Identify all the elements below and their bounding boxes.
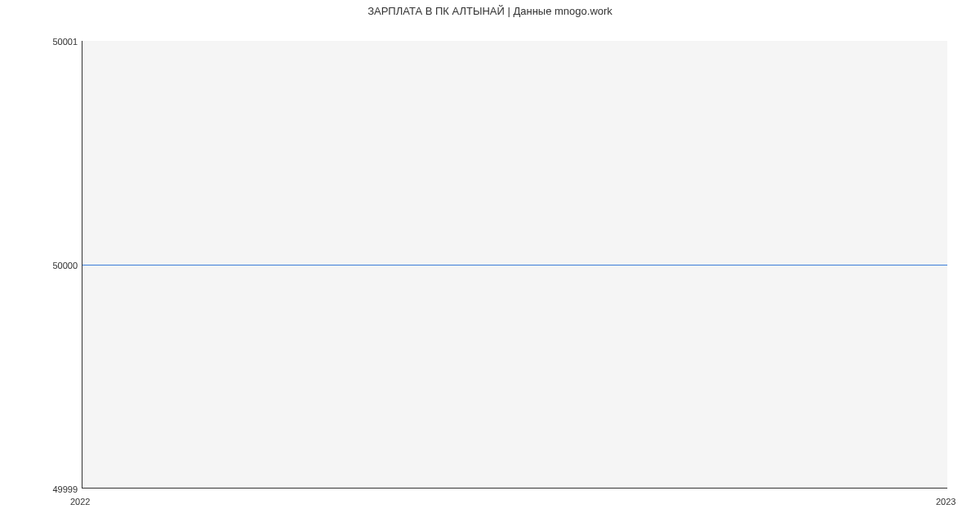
y-tick-50000: 50000	[37, 261, 78, 270]
salary-chart: ЗАРПЛАТА В ПК АЛТЫНАЙ | Данные mnogo.wor…	[0, 0, 980, 531]
chart-title: ЗАРПЛАТА В ПК АЛТЫНАЙ | Данные mnogo.wor…	[0, 5, 980, 17]
x-tick-2022: 2022	[70, 498, 90, 506]
y-tick-50001: 50001	[37, 38, 78, 47]
plot-area	[82, 41, 947, 489]
y-tick-49999: 49999	[37, 485, 78, 494]
x-tick-2023: 2023	[936, 498, 956, 506]
series-line-salary	[82, 265, 947, 266]
